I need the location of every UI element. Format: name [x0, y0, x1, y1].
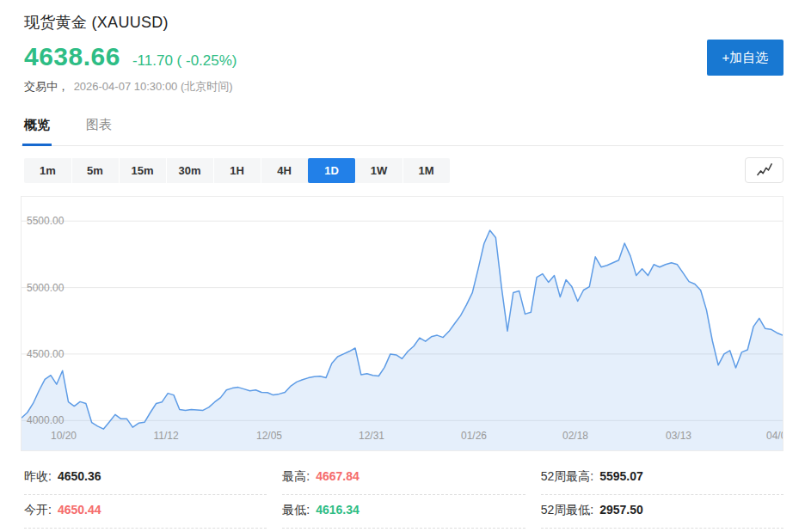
stat-week52-low: 52周最低:2957.50 — [541, 495, 783, 529]
stat-high: 最高:4667.84 — [282, 462, 525, 495]
quote-stats: 昨收:4650.36最高:4667.8452周最高:5595.07今开:4650… — [24, 462, 783, 529]
status-row: 交易中， 2026-04-07 10:30:00 (北京时间) — [24, 79, 783, 95]
timeframe-button-4H[interactable]: 4H — [261, 158, 308, 183]
x-axis-label: 12/31 — [354, 430, 389, 442]
add-watchlist-button[interactable]: +加自选 — [707, 40, 783, 76]
timeframe-button-1W[interactable]: 1W — [355, 158, 402, 183]
y-axis-label: 4500.00 — [27, 348, 64, 360]
stat-label: 今开: — [24, 503, 52, 517]
stat-value: 4650.36 — [58, 469, 101, 483]
view-tabs: 概览图表 — [21, 117, 783, 146]
stat-label: 52周最低: — [541, 503, 593, 517]
x-axis-label: 10/20 — [46, 430, 81, 442]
tab-chart[interactable]: 图表 — [86, 117, 112, 145]
stat-label: 最低: — [282, 503, 310, 517]
timeframe-button-1m[interactable]: 1m — [24, 158, 71, 183]
timeframe-button-5m[interactable]: 5m — [71, 158, 119, 183]
stat-value: 4667.84 — [316, 469, 359, 483]
stat-open: 今开:4650.44 — [24, 495, 267, 529]
price-change: -11.70 ( -0.25%) — [132, 52, 237, 70]
stat-label: 52周最高: — [541, 469, 593, 483]
quote-timestamp: 2026-04-07 10:30:00 (北京时间) — [74, 80, 233, 93]
y-axis-label: 5000.00 — [27, 282, 64, 294]
timeframe-group: 1m5m15m30m1H4H1D1W1M — [24, 158, 450, 183]
x-axis-label: 01/26 — [457, 430, 491, 442]
timeframe-button-30m[interactable]: 30m — [166, 158, 213, 183]
stat-prev-close: 昨收:4650.36 — [24, 462, 267, 495]
tab-overview[interactable]: 概览 — [24, 117, 50, 145]
instrument-title: 现货黄金 (XAUUSD) — [24, 12, 783, 33]
y-axis-label: 5500.00 — [27, 215, 64, 227]
chart-toolbar: 1m5m15m30m1H4H1D1W1M — [24, 157, 783, 183]
x-axis-label: 12/05 — [252, 430, 286, 442]
x-axis-label: 04/07 — [762, 430, 783, 442]
stat-label: 昨收: — [24, 469, 52, 483]
last-price: 4638.66 — [24, 42, 120, 71]
stat-value: 5595.07 — [599, 469, 643, 483]
stat-value: 4650.44 — [58, 503, 101, 517]
x-axis-label: 03/13 — [661, 430, 696, 442]
quote-header: 现货黄金 (XAUUSD) +加自选 4638.66 -11.70 ( -0.2… — [0, 0, 805, 95]
price-chart[interactable]: 5500.005000.004500.004000.0010/2011/1212… — [21, 196, 783, 451]
y-axis-label: 4000.00 — [27, 414, 64, 426]
stat-value: 4616.34 — [316, 503, 359, 517]
trading-status: 交易中， — [24, 80, 69, 93]
stat-low: 最低:4616.34 — [282, 495, 525, 529]
timeframe-button-1M[interactable]: 1M — [402, 158, 450, 183]
stat-label: 最高: — [282, 469, 310, 483]
stat-value: 2957.50 — [599, 503, 643, 517]
x-axis-label: 02/18 — [558, 430, 593, 442]
price-area-chart — [22, 197, 783, 450]
timeframe-button-15m[interactable]: 15m — [119, 158, 166, 183]
quote-page: 现货黄金 (XAUUSD) +加自选 4638.66 -11.70 ( -0.2… — [0, 0, 805, 532]
line-chart-icon — [755, 162, 774, 178]
stat-week52-high: 52周最高:5595.07 — [541, 462, 783, 495]
timeframe-button-1H[interactable]: 1H — [213, 158, 261, 183]
x-axis-label: 11/12 — [149, 430, 183, 442]
timeframe-button-1D[interactable]: 1D — [308, 158, 355, 183]
price-row: 4638.66 -11.70 ( -0.25%) — [24, 42, 783, 71]
chart-type-button[interactable] — [745, 157, 783, 183]
